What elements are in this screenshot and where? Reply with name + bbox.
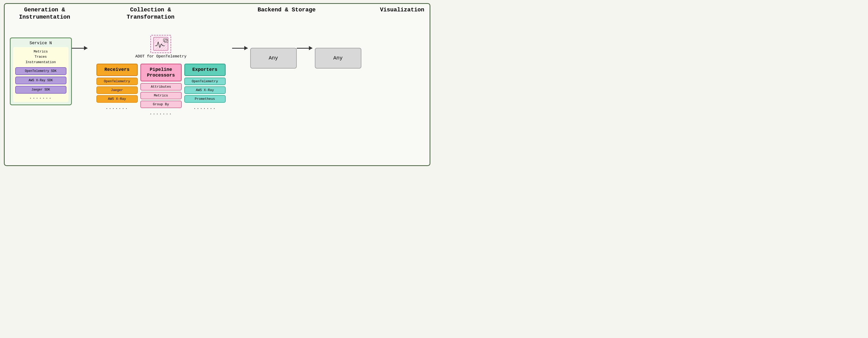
processor-metrics: Metrics — [141, 92, 182, 99]
opentelemetry-sdk-box: OpenTelemetry SDK — [15, 67, 66, 75]
phase-headers: Generation &Instrumentation Collection &… — [10, 4, 425, 35]
processor-attributes: Attributes — [141, 83, 182, 91]
adot-block: ADOT for OpenTelemetry — [135, 35, 186, 59]
service-signals: Metrics Traces Instrumentation — [15, 49, 66, 65]
arrow1 — [72, 48, 87, 49]
processor-groupby: Group By — [141, 101, 182, 108]
diagram-container: Generation &Instrumentation Collection &… — [4, 3, 430, 166]
backend-any-container: Any — [250, 35, 297, 68]
exporter-prometheus: Prometheus — [184, 95, 226, 103]
arrow2 — [232, 48, 248, 49]
receiver-jaeger: Jaeger — [96, 86, 138, 94]
pipeline-column: PipelineProcessors Attributes Metrics Gr… — [141, 64, 182, 116]
exporters-column: Exporters OpenTelemetry AWS X-Ray Promet… — [184, 64, 226, 110]
receiver-opentelemetry: OpenTelemetry — [96, 78, 138, 85]
exporters-dots: ....... — [193, 105, 216, 110]
service-inner: Metrics Traces Instrumentation OpenTelem… — [13, 47, 68, 102]
phase-generation-header: Generation &Instrumentation — [10, 6, 80, 21]
visualization-any-container: Any — [315, 35, 361, 68]
exporter-awsxray: AWS X-Ray — [184, 86, 226, 94]
service-dots: ....... — [15, 95, 66, 100]
aws-xray-sdk-box: AWS X-Ray SDK — [15, 76, 66, 84]
visualization-box: Any — [315, 48, 361, 68]
arrow3 — [297, 48, 312, 49]
pipeline-dots: ....... — [149, 111, 172, 116]
exporter-opentelemetry: OpenTelemetry — [184, 78, 226, 85]
receivers-header: Receivers — [96, 64, 138, 76]
service-n-box: Service N Metrics Traces Instrumentation… — [10, 37, 72, 105]
jaeger-sdk-box: Jaeger SDK — [15, 86, 66, 94]
arrow3-container — [297, 35, 315, 49]
adot-icon — [150, 35, 171, 53]
receivers-dots: ....... — [105, 105, 128, 110]
service-title: Service N — [13, 41, 68, 45]
backend-box: Any — [250, 48, 297, 68]
pipeline-header: PipelineProcessors — [141, 64, 182, 82]
phase-visualization-header: Visualization — [359, 6, 425, 14]
arrow1-container — [72, 35, 90, 49]
collection-section: ADOT for OpenTelemetry Receivers OpenTel… — [90, 35, 232, 116]
receivers-column: Receivers OpenTelemetry Jaeger AWS X-Ray… — [96, 64, 138, 110]
phase-backend-header: Backend & Storage — [219, 6, 328, 14]
exporters-header: Exporters — [184, 64, 226, 76]
adot-label: ADOT for OpenTelemetry — [135, 54, 186, 59]
arrow2-container — [232, 35, 250, 49]
phase-collection-header: Collection &Transformation — [93, 6, 188, 21]
receiver-awsxray: AWS X-Ray — [96, 95, 138, 103]
content-area: Service N Metrics Traces Instrumentation… — [10, 35, 425, 165]
pipeline-columns: Receivers OpenTelemetry Jaeger AWS X-Ray… — [96, 64, 226, 116]
